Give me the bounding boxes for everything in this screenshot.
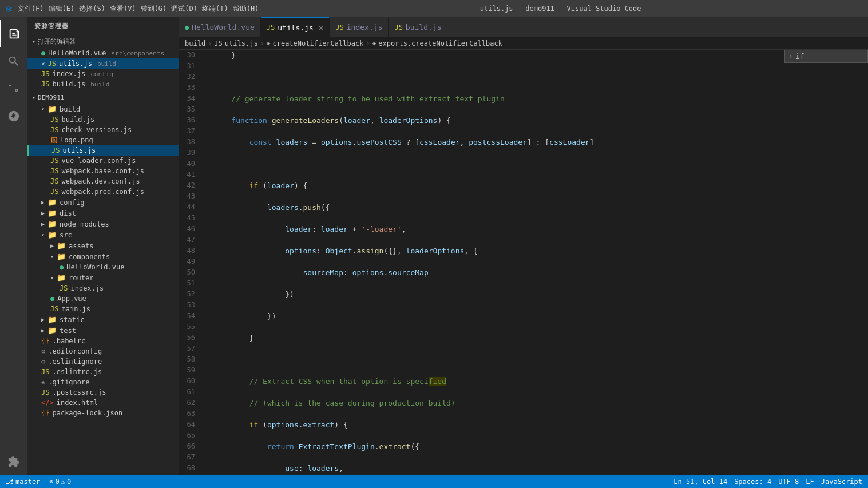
menu-debug[interactable]: 调试(D) — [171, 4, 197, 14]
breadcrumb-callback[interactable]: createNotifierCallback — [272, 39, 363, 47]
file-indexhtml-label: index.html — [57, 399, 98, 407]
breadcrumb-sep-1: › — [208, 39, 212, 47]
status-errors[interactable]: ⊗ 0 ⚠ 0 — [49, 478, 71, 486]
file-app-vue-label: App.vue — [57, 295, 86, 303]
titlebar: ❄ 文件(F) 编辑(E) 选择(S) 查看(V) 转到(G) 调试(D) 终端… — [0, 0, 868, 17]
folder-dist[interactable]: ▶ 📁 dist — [27, 208, 179, 219]
folder-static[interactable]: ▶ 📁 static — [27, 314, 179, 325]
status-position[interactable]: Ln 51, Col 14 — [673, 478, 727, 486]
tab-close-icon[interactable]: ✕ — [319, 23, 323, 32]
json-icon: {} — [41, 409, 49, 417]
menu-help[interactable]: 帮助(H) — [233, 4, 259, 14]
tab-build[interactable]: JS build.js — [389, 17, 447, 37]
folder-icon: 📁 — [47, 326, 57, 335]
open-editor-index[interactable]: JS index.js config — [27, 69, 179, 79]
file-webpack-base[interactable]: JS webpack.base.conf.js — [27, 166, 179, 176]
file-router-index[interactable]: JS index.js — [27, 283, 179, 293]
tab-utils-label: utils.js — [278, 23, 314, 32]
folder-build[interactable]: ▾ 📁 build — [27, 104, 179, 114]
menu-file[interactable]: 文件(F) — [18, 4, 44, 14]
router-chevron: ▾ — [50, 275, 54, 281]
search-input[interactable] — [795, 52, 864, 61]
status-spaces-label: Spaces: 4 — [734, 478, 771, 486]
folder-assets[interactable]: ▶ 📁 assets — [27, 240, 179, 251]
breadcrumb-utils[interactable]: utils.js — [225, 39, 258, 47]
close-utils-icon[interactable]: ✕ — [41, 60, 45, 68]
tab-index[interactable]: JS index.js — [330, 17, 389, 37]
folder-icon: 📁 — [47, 315, 57, 324]
folder-node-modules[interactable]: ▶ 📁 node_modules — [27, 219, 179, 229]
file-helloworld-vue[interactable]: ● HelloWorld.vue — [27, 262, 179, 272]
search-overlay: › — [784, 50, 868, 63]
folder-icon: 📁 — [57, 252, 66, 261]
file-postcssrc-label: .postcssrc.js — [52, 388, 106, 396]
folder-components[interactable]: ▾ 📁 components — [27, 251, 179, 262]
status-position-label: Ln 51, Col 14 — [673, 478, 727, 486]
js-icon: JS — [50, 116, 58, 124]
project-label: DEMO911 — [38, 94, 64, 101]
file-editorconfig-label: .editorconfig — [48, 347, 102, 355]
file-check-versions[interactable]: JS check-versions.js — [27, 125, 179, 135]
file-gitignore[interactable]: ◈ .gitignore — [27, 377, 179, 387]
activity-source-control[interactable] — [0, 75, 27, 102]
file-app-vue[interactable]: ● App.vue — [27, 293, 179, 304]
menu-view[interactable]: 查看(V) — [110, 4, 136, 14]
file-editorconfig[interactable]: ⚙ .editorconfig — [27, 346, 179, 356]
activity-debug[interactable] — [0, 102, 27, 130]
breadcrumb-exports[interactable]: exports.createNotifierCallback — [378, 39, 502, 47]
js-icon: JS — [50, 305, 58, 313]
activity-search[interactable] — [0, 47, 27, 75]
file-eslintrc[interactable]: JS .eslintrc.js — [27, 367, 179, 377]
menu-bar: 文件(F) 编辑(E) 选择(S) 查看(V) 转到(G) 调试(D) 终端(T… — [18, 4, 259, 14]
file-package-lock[interactable]: {} package-lock.json — [27, 408, 179, 418]
status-right: Ln 51, Col 14 Spaces: 4 UTF-8 LF JavaScr… — [673, 478, 862, 486]
open-editor-index-label: index.js — [52, 70, 85, 78]
status-language[interactable]: JavaScript — [821, 478, 862, 486]
file-eslintignore[interactable]: ⚙ .eslintignore — [27, 356, 179, 367]
file-indexhtml[interactable]: </> index.html — [27, 398, 179, 408]
menu-terminal[interactable]: 终端(T) — [202, 4, 228, 14]
comp-chevron: ▾ — [50, 253, 54, 260]
file-utils-js-label: utils.js — [62, 146, 96, 154]
file-webpack-prod[interactable]: JS webpack.prod.conf.js — [27, 187, 179, 197]
folder-router[interactable]: ▾ 📁 router — [27, 272, 179, 283]
file-webpack-dev[interactable]: JS webpack.dev.conf.js — [27, 176, 179, 187]
status-encoding[interactable]: UTF-8 — [778, 478, 799, 486]
folder-icon: 📁 — [47, 220, 57, 228]
file-utils-js[interactable]: JS utils.js — [27, 145, 179, 156]
open-editor-helloworld[interactable]: ● HelloWorld.vue src\components — [27, 48, 179, 58]
file-logo-png-label: logo.png — [60, 136, 93, 144]
tab-helloworld[interactable]: ● HelloWorld.vue — [179, 17, 261, 37]
open-editor-utils-label: utils.js — [59, 59, 92, 68]
tab-js-icon-2: JS — [335, 23, 343, 31]
status-language-label: JavaScript — [821, 478, 862, 486]
folder-config[interactable]: ▶ 📁 config — [27, 197, 179, 208]
activity-explorer[interactable] — [0, 20, 27, 47]
menu-edit[interactable]: 编辑(E) — [49, 4, 75, 14]
open-editors-section[interactable]: ▾ 打开的编辑器 — [27, 35, 179, 48]
folder-router-label: router — [69, 274, 93, 282]
tab-utils[interactable]: JS utils.js ✕ — [261, 17, 330, 37]
activity-extensions[interactable] — [0, 448, 27, 475]
file-main-js[interactable]: JS main.js — [27, 304, 179, 314]
file-vue-loader[interactable]: JS vue-loader.conf.js — [27, 156, 179, 166]
file-build-js[interactable]: JS build.js — [27, 114, 179, 125]
file-logo-png[interactable]: 🖼 logo.png — [27, 135, 179, 145]
menu-goto[interactable]: 转到(G) — [141, 4, 167, 14]
code-editor[interactable]: } // generate loader string to be used w… — [208, 50, 868, 475]
status-branch[interactable]: ⎇ master — [6, 478, 40, 486]
status-spaces[interactable]: Spaces: 4 — [734, 478, 771, 486]
menu-select[interactable]: 选择(S) — [79, 4, 105, 14]
folder-test[interactable]: ▶ 📁 test — [27, 325, 179, 336]
folder-src[interactable]: ▾ 📁 src — [27, 229, 179, 240]
status-eol[interactable]: LF — [806, 478, 814, 486]
open-editor-build[interactable]: JS build.js build — [27, 79, 179, 89]
file-postcssrc[interactable]: JS .postcssrc.js — [27, 387, 179, 398]
editor-content[interactable]: 3031323334 3536373839 4041424344 4546474… — [179, 50, 868, 475]
breadcrumb-build[interactable]: build — [185, 39, 205, 47]
open-editor-utils[interactable]: ✕ JS utils.js build — [27, 58, 179, 69]
project-section[interactable]: ▾ DEMO911 — [27, 92, 179, 104]
breadcrumb-sep-2: › — [260, 39, 264, 47]
status-branch-label: master — [15, 478, 40, 486]
file-babelrc[interactable]: {} .babelrc — [27, 336, 179, 346]
